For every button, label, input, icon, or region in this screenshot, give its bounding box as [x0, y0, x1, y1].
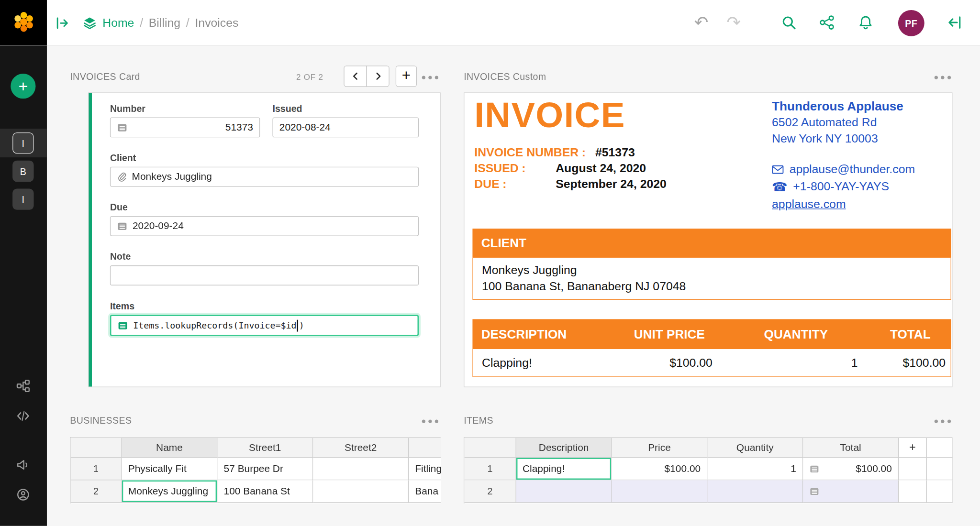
client-input[interactable]: Monkeys Juggling — [110, 167, 419, 187]
add-record-button[interactable]: + — [396, 66, 417, 87]
issued-row: ISSUED: August 24, 2020 — [474, 162, 525, 178]
table-row: 1 Physically Fit 57 Burpee Dr Fitling — [71, 458, 441, 480]
developer-button[interactable] — [16, 408, 31, 423]
businesses-table: Name Street1 Street2 1 Physically Fit 57… — [70, 437, 441, 503]
cell-street1[interactable]: 100 Banana St — [218, 480, 313, 503]
items-formula-input[interactable]: Items.lookupRecords(Invoice=$id ) — [110, 315, 419, 336]
invoices-card-menu-button[interactable]: ●●● — [421, 73, 441, 82]
help-button[interactable] — [16, 487, 31, 502]
redo-button[interactable]: ↷ — [725, 14, 743, 32]
items-add-column-button[interactable]: + — [899, 438, 927, 458]
notifications-button[interactable] — [858, 14, 874, 31]
cell-price[interactable]: $100.00 — [612, 458, 708, 480]
cell-blank — [927, 458, 953, 480]
cell-street2[interactable] — [313, 480, 409, 503]
issued-input[interactable]: 2020-08-24 — [272, 118, 419, 138]
cell-street2[interactable] — [313, 458, 409, 480]
cell-name-selected[interactable]: Monkeys Juggling — [122, 480, 218, 503]
feedback-button[interactable] — [16, 457, 31, 472]
sidebar-screen-businesses[interactable]: B — [12, 161, 33, 182]
next-record-button[interactable] — [366, 66, 389, 87]
businesses-header-street1[interactable]: Street1 — [218, 438, 313, 458]
row-number[interactable]: 1 — [71, 458, 122, 480]
left-sidebar: + I B I — [0, 45, 47, 526]
items-header-description[interactable]: Description — [516, 438, 612, 458]
undo-icon: ↶ — [694, 14, 709, 31]
items-header-blank — [927, 438, 953, 458]
avatar[interactable]: PF — [898, 10, 924, 36]
cell-price[interactable] — [612, 480, 708, 503]
company-address-line2: New York NY 10003 — [772, 131, 903, 147]
bell-icon — [858, 14, 874, 31]
avatar-initials: PF — [905, 18, 917, 28]
items-corner-cell[interactable] — [464, 438, 516, 458]
redo-icon: ↷ — [727, 14, 741, 31]
businesses-menu-button[interactable]: ●●● — [421, 416, 441, 426]
search-button[interactable] — [780, 14, 797, 31]
cell-extra[interactable]: Bana — [409, 480, 441, 503]
breadcrumb-page[interactable]: Invoices — [195, 16, 238, 30]
table-row: 1 Clapping! $100.00 1 $100.00 — [464, 458, 952, 480]
undo-button[interactable]: ↶ — [692, 14, 710, 32]
cell-quantity[interactable] — [708, 480, 803, 503]
row-number[interactable]: 2 — [464, 480, 516, 503]
breadcrumb-section[interactable]: Billing — [149, 16, 180, 30]
client-label: Client — [110, 153, 136, 163]
businesses-header-name[interactable]: Name — [122, 438, 218, 458]
row-number[interactable]: 2 — [71, 480, 122, 503]
app-logo[interactable] — [0, 0, 47, 45]
businesses-corner-cell[interactable] — [71, 438, 122, 458]
items-header-quantity[interactable]: Quantity — [708, 438, 803, 458]
invoices-custom-menu-button[interactable]: ●●● — [934, 73, 953, 82]
card-accent-stripe — [89, 93, 92, 387]
cell-quantity[interactable]: 1 — [708, 458, 803, 480]
phone-icon: ☎ — [772, 180, 788, 193]
sidebar-screen-invoices[interactable]: I — [12, 132, 33, 153]
cell-blank[interactable] — [899, 458, 927, 480]
tile-label: I — [22, 194, 24, 205]
share-button[interactable] — [819, 14, 835, 31]
doc-row-total: $100.00 — [869, 349, 951, 376]
doc-header-total: TOTAL — [869, 319, 951, 349]
previous-record-button[interactable] — [344, 66, 367, 87]
paperclip-icon — [117, 172, 127, 182]
cell-extra[interactable]: Fitling — [409, 458, 441, 480]
issued-doc-value: August 24, 2020 — [556, 162, 646, 175]
items-header-total[interactable]: Total — [803, 438, 899, 458]
breadcrumb-separator: / — [140, 16, 143, 30]
cell-name[interactable]: Physically Fit — [122, 458, 218, 480]
automations-button[interactable] — [16, 379, 31, 394]
invoices-custom-panel-title: INVOICES Custom — [464, 71, 546, 82]
company-address-line1: 6502 Automated Rd — [772, 114, 903, 131]
collapse-right-panel-button[interactable] — [946, 14, 962, 31]
colon: : — [522, 162, 525, 175]
row-number[interactable]: 1 — [464, 458, 516, 480]
businesses-header-extra[interactable] — [409, 438, 441, 458]
colon: : — [502, 177, 506, 190]
items-table: Description Price Quantity Total + 1 Cla… — [464, 437, 952, 503]
cell-total[interactable] — [803, 480, 899, 503]
cell-description-selected[interactable]: Clapping! — [516, 458, 612, 480]
items-header-price[interactable]: Price — [612, 438, 708, 458]
add-button[interactable]: + — [11, 74, 35, 99]
businesses-header-street2[interactable]: Street2 — [313, 438, 409, 458]
cell-total[interactable]: $100.00 — [803, 458, 899, 480]
breadcrumb-home[interactable]: Home — [102, 16, 134, 30]
items-menu-button[interactable]: ●●● — [934, 416, 953, 426]
invoice-document: INVOICE Thunderous Applause 6502 Automat… — [464, 92, 952, 387]
cell-description[interactable] — [516, 480, 612, 503]
invoice-number-row: INVOICE NUMBER: #51373 — [474, 145, 635, 162]
sidebar-screen-items[interactable]: I — [12, 188, 33, 209]
invoice-number-label: INVOICE NUMBER — [474, 145, 579, 158]
doc-table-header: DESCRIPTION UNIT PRICE QUANTITY TOTAL — [472, 319, 951, 349]
cell-street1[interactable]: 57 Burpee Dr — [218, 458, 313, 480]
top-bar: Home / Billing / Invoices ↶ ↷ — [0, 0, 980, 45]
cells-icon — [809, 486, 819, 496]
expand-left-panel-icon[interactable] — [55, 15, 70, 30]
due-input[interactable]: 2020-09-24 — [110, 216, 419, 236]
cell-blank[interactable] — [899, 480, 927, 503]
note-input[interactable] — [110, 265, 419, 285]
items-label: Items — [110, 300, 134, 311]
client-info-box: Monkeys Juggling 100 Banana St, Bananabe… — [472, 257, 951, 300]
number-input[interactable]: 51373 — [110, 118, 260, 138]
